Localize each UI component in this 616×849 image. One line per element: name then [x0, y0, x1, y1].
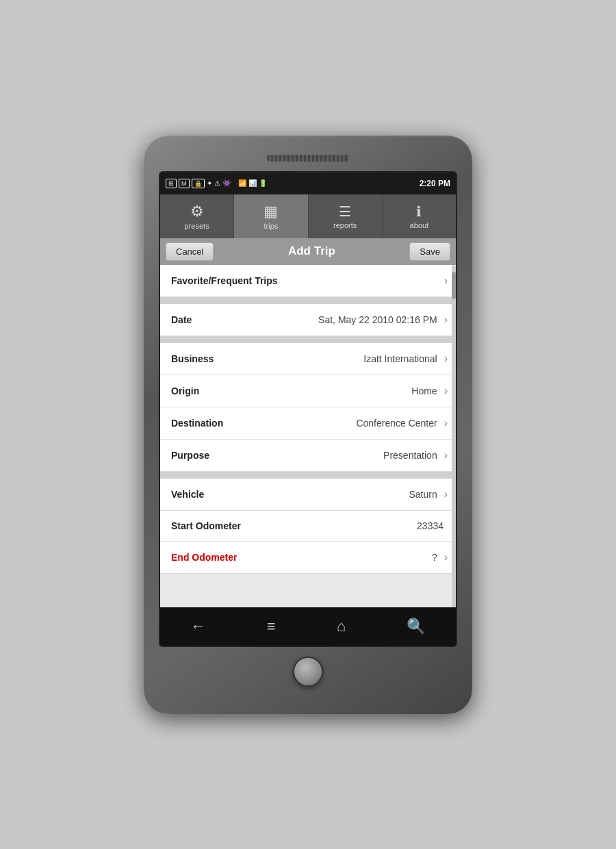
list-item-end-odometer[interactable]: End Odometer ? › — [160, 542, 456, 574]
business-label: Business — [171, 353, 363, 364]
cancel-button[interactable]: Cancel — [166, 242, 214, 261]
notification-icon: ⊞ — [166, 179, 177, 188]
tab-reports-label: reports — [333, 221, 357, 229]
chevron-icon: › — [444, 417, 448, 429]
section-divider-2 — [160, 336, 456, 343]
chevron-icon: › — [444, 353, 448, 365]
menu-button[interactable]: ≡ — [256, 612, 287, 641]
content-area: Favorite/Frequent Trips › Date Sat, May … — [160, 265, 456, 607]
tab-trips[interactable]: ▦ trips — [234, 194, 308, 238]
favorite-trips-label: Favorite/Frequent Trips — [171, 275, 441, 286]
origin-value: Home — [411, 385, 437, 396]
list-item-business[interactable]: Business Izatt International › — [160, 343, 456, 375]
battery-icon: 🔋 — [259, 179, 267, 187]
phone-device: ⊞ M 🔒 ✦ ⚠ 👾 📶 📊 🔋 2:20 PM ⚙ presets ▦ tr… — [144, 136, 472, 714]
purpose-label: Purpose — [171, 450, 383, 461]
chevron-icon: › — [444, 385, 448, 397]
list-item-start-odometer[interactable]: Start Odometer 23334 — [160, 511, 456, 542]
start-odometer-value: 23334 — [417, 520, 444, 531]
android-icon: 👾 — [222, 179, 231, 187]
form-list: Favorite/Frequent Trips › Date Sat, May … — [160, 265, 456, 607]
scrollbar-thumb[interactable] — [452, 272, 456, 299]
chevron-icon: › — [444, 314, 448, 326]
screen-frame: ⊞ M 🔒 ✦ ⚠ 👾 📶 📊 🔋 2:20 PM ⚙ presets ▦ tr… — [159, 171, 457, 647]
list-item-date[interactable]: Date Sat, May 22 2010 02:16 PM › — [160, 304, 456, 336]
purpose-value: Presentation — [383, 450, 437, 461]
wifi-icon: 📶 — [238, 179, 246, 187]
trips-icon: ▦ — [264, 203, 278, 220]
gear-icon: ⚙ — [190, 203, 204, 220]
tab-trips-label: trips — [264, 222, 278, 230]
list-item-favorite-trips[interactable]: Favorite/Frequent Trips › — [160, 265, 456, 297]
section-divider-1 — [160, 297, 456, 304]
warning-icon: ⚠ — [214, 179, 220, 187]
start-odometer-label: Start Odometer — [171, 520, 417, 531]
action-bar: Cancel Add Trip Save — [160, 238, 456, 265]
tab-about-label: about — [410, 221, 429, 229]
bottom-nav: ← ≡ ⌂ 🔍 — [160, 607, 456, 646]
lock-icon: 🔒 — [192, 179, 205, 188]
add-trip-title: Add Trip — [219, 244, 404, 258]
status-time: 2:20 PM — [420, 179, 450, 188]
origin-label: Origin — [171, 385, 411, 396]
vehicle-label: Vehicle — [171, 489, 409, 500]
scrollbar[interactable] — [452, 265, 456, 607]
speaker-grille — [267, 155, 349, 162]
chevron-icon: › — [444, 551, 448, 563]
business-value: Izatt International — [363, 353, 437, 364]
save-button[interactable]: Save — [409, 242, 450, 261]
tab-presets[interactable]: ⚙ presets — [160, 194, 234, 238]
list-item-destination[interactable]: Destination Conference Center › — [160, 407, 456, 440]
destination-label: Destination — [171, 418, 356, 429]
home-button-area — [159, 657, 457, 687]
back-button[interactable]: ← — [180, 612, 217, 641]
chevron-icon: › — [444, 488, 448, 500]
end-odometer-value: ? — [432, 552, 437, 563]
date-label: Date — [171, 314, 318, 325]
tab-bar: ⚙ presets ▦ trips ☰ reports ℹ about — [160, 194, 456, 238]
chevron-icon: › — [444, 275, 448, 287]
physical-home-button[interactable] — [293, 657, 323, 687]
list-item-origin[interactable]: Origin Home › — [160, 375, 456, 407]
tab-presets-label: presets — [185, 222, 209, 230]
destination-value: Conference Center — [356, 418, 437, 429]
home-button[interactable]: ⌂ — [326, 612, 357, 641]
end-odometer-label: End Odometer — [171, 552, 432, 563]
tab-about[interactable]: ℹ about — [383, 194, 456, 238]
gmail-icon: M — [179, 179, 190, 188]
section-divider-3 — [160, 472, 456, 479]
status-icons: ⊞ M 🔒 ✦ ⚠ 👾 📶 📊 🔋 — [166, 179, 420, 188]
status-bar: ⊞ M 🔒 ✦ ⚠ 👾 📶 📊 🔋 2:20 PM — [160, 173, 456, 194]
list-item-purpose[interactable]: Purpose Presentation › — [160, 440, 456, 472]
search-button[interactable]: 🔍 — [396, 612, 436, 641]
signal-icon: 📊 — [248, 179, 257, 187]
about-icon: ℹ — [416, 203, 422, 220]
tab-reports[interactable]: ☰ reports — [309, 194, 383, 238]
reports-icon: ☰ — [339, 203, 351, 220]
list-item-vehicle[interactable]: Vehicle Saturn › — [160, 479, 456, 511]
chevron-icon: › — [444, 449, 448, 461]
usb-icon: ✦ — [207, 179, 212, 187]
vehicle-value: Saturn — [409, 489, 437, 500]
date-value: Sat, May 22 2010 02:16 PM — [318, 314, 437, 325]
